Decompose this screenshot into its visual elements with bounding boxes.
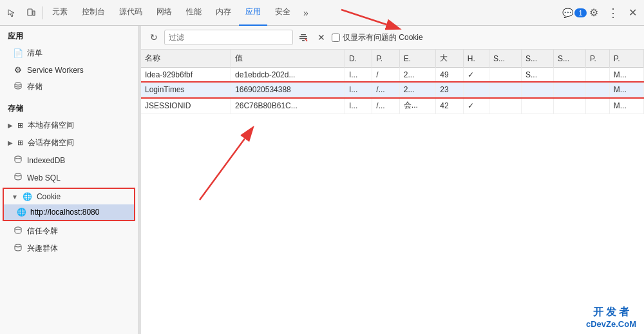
main-layout: 应用 📄 清单 ⚙ Service Workers 存储 存储 ▶ ⊞ 本地存储… [0, 26, 644, 334]
table-header-row: 名称 值 D. P. E. 大 H. S... S... S... P. P. [141, 50, 644, 68]
col-expires[interactable]: E. [399, 50, 435, 68]
cell-path: /... [372, 83, 399, 97]
sidebar-item-service-workers[interactable]: ⚙ Service Workers [0, 62, 138, 78]
cell-value: de1ebdcb-202d... [231, 68, 345, 83]
col-name[interactable]: 名称 [141, 50, 231, 68]
indexeddb-icon [13, 155, 23, 166]
col-domain[interactable]: D. [345, 50, 372, 68]
device-icon[interactable] [22, 4, 40, 22]
cell-path: /... [372, 97, 399, 114]
svg-rect-8 [299, 38, 307, 39]
cell-expires: 2... [399, 83, 435, 97]
sidebar-item-session-storage[interactable]: ▶ ⊞ 会话存储空间 [0, 134, 138, 152]
cell-s1 [489, 83, 522, 97]
cell-expires: 会... [399, 97, 435, 114]
cell-p2: M... [609, 68, 643, 83]
issues-filter-label[interactable]: 仅显示有问题的 Cookie [332, 32, 423, 43]
more-tabs-icon[interactable]: » [298, 8, 314, 18]
cell-name: JSESSIONID [141, 97, 231, 114]
tab-console[interactable]: 控制台 [75, 0, 111, 26]
col-path[interactable]: P. [372, 50, 399, 68]
cookies-data-table: 名称 值 D. P. E. 大 H. S... S... S... P. P. [141, 50, 644, 114]
issues-filter-checkbox[interactable] [332, 34, 340, 42]
cell-s2: S... [522, 68, 554, 83]
svg-point-3 [15, 156, 21, 159]
cell-p1 [585, 97, 609, 114]
close-icon[interactable]: ✕ [623, 4, 641, 22]
sidebar-item-trust-tokens[interactable]: 信任令牌 [0, 222, 138, 240]
cell-httponly [463, 83, 489, 97]
table-row[interactable]: JSESSIONID26C76B80B61C...I.../...会...42✓… [141, 97, 644, 114]
svg-point-5 [15, 227, 21, 230]
cell-p2: M... [609, 83, 643, 97]
sidebar-item-websql[interactable]: Web SQL [0, 169, 138, 186]
svg-rect-1 [33, 11, 35, 15]
filter-bar: ↻ ✕ 仅显示有问题的 Cookie [141, 26, 644, 50]
cursor-icon[interactable] [3, 4, 21, 22]
col-secure3[interactable]: S... [554, 50, 586, 68]
col-size[interactable]: 大 [436, 50, 463, 68]
filter-input[interactable] [164, 30, 293, 45]
cookie-section: ▼ 🌐 Cookie 🌐 http://localhost:8080 [3, 188, 135, 221]
svg-line-11 [305, 39, 307, 41]
cell-size: 42 [436, 97, 463, 114]
sidebar-item-local-storage[interactable]: ▶ ⊞ 本地存储空间 [0, 117, 138, 134]
interest-icon [13, 243, 23, 254]
tab-sources[interactable]: 源代码 [113, 0, 149, 26]
cell-httponly: ✓ [463, 97, 489, 114]
clear-filter-button[interactable]: ✕ [314, 30, 329, 45]
cell-httponly: ✓ [463, 68, 489, 83]
sidebar-item-localhost[interactable]: 🌐 http://localhost:8080 [4, 204, 134, 220]
chat-icon[interactable]: 💬 1 [565, 4, 583, 22]
cell-s1 [489, 68, 522, 83]
svg-rect-0 [28, 9, 32, 15]
cell-s3 [554, 97, 586, 114]
cell-expires: 2... [399, 68, 435, 83]
service-worker-icon: ⚙ [13, 65, 23, 75]
sidebar-item-interest-groups[interactable]: 兴趣群体 [0, 240, 138, 257]
col-httponly[interactable]: H. [463, 50, 489, 68]
cell-name: Idea-929b6fbf [141, 68, 231, 83]
settings-icon[interactable]: ⚙ [585, 4, 603, 22]
sidebar-item-cookie[interactable]: ▼ 🌐 Cookie [4, 189, 134, 204]
tab-elements[interactable]: 元素 [46, 0, 74, 26]
table-row[interactable]: LoginTimes1669020534388I.../...2...23M..… [141, 83, 644, 97]
expand-arrow-local: ▶ [8, 122, 13, 129]
col-value[interactable]: 值 [231, 50, 345, 68]
col-priority2[interactable]: P. [609, 50, 643, 68]
tab-performance[interactable]: 性能 [180, 0, 208, 26]
expand-arrow-session: ▶ [8, 139, 13, 146]
col-secure1[interactable]: S... [489, 50, 522, 68]
cell-size: 23 [436, 83, 463, 97]
cell-p1 [585, 83, 609, 97]
more-options-icon[interactable]: ⋮ [604, 4, 622, 22]
col-priority1[interactable]: P. [585, 50, 609, 68]
sidebar-item-indexeddb[interactable]: IndexedDB [0, 152, 138, 169]
cell-domain: I... [345, 83, 372, 97]
filter-cancel-icon[interactable] [296, 30, 311, 45]
table-row[interactable]: Idea-929b6fbfde1ebdcb-202d...I.../2...49… [141, 68, 644, 83]
svg-point-2 [15, 83, 21, 85]
svg-rect-9 [301, 34, 306, 35]
sidebar-item-storage[interactable]: 存储 [0, 78, 138, 95]
tab-application[interactable]: 应用 [239, 0, 267, 26]
divider [43, 6, 43, 19]
svg-point-4 [15, 173, 21, 176]
tab-security[interactable]: 安全 [269, 0, 297, 26]
tab-network[interactable]: 网络 [150, 0, 178, 26]
cell-domain: I... [345, 68, 372, 83]
svg-rect-7 [299, 36, 307, 37]
cell-value: 26C76B80B61C... [231, 97, 345, 114]
cookie-expand-arrow: ▼ [12, 193, 18, 201]
app-section-label: 应用 [0, 26, 138, 44]
refresh-button[interactable]: ↻ [146, 30, 162, 45]
col-secure2[interactable]: S... [522, 50, 554, 68]
sidebar-item-manifest[interactable]: 📄 清单 [0, 44, 138, 62]
cell-p2: M... [609, 97, 643, 114]
cell-s3 [554, 83, 586, 97]
tab-memory[interactable]: 内存 [209, 0, 238, 26]
manifest-icon: 📄 [13, 48, 23, 58]
cell-domain: I... [345, 97, 372, 114]
right-panel: ↻ ✕ 仅显示有问题的 Cookie [141, 26, 644, 334]
top-toolbar: 元素 控制台 源代码 网络 性能 内存 应用 安全 » 💬 1 ⚙ ⋮ [0, 0, 644, 26]
